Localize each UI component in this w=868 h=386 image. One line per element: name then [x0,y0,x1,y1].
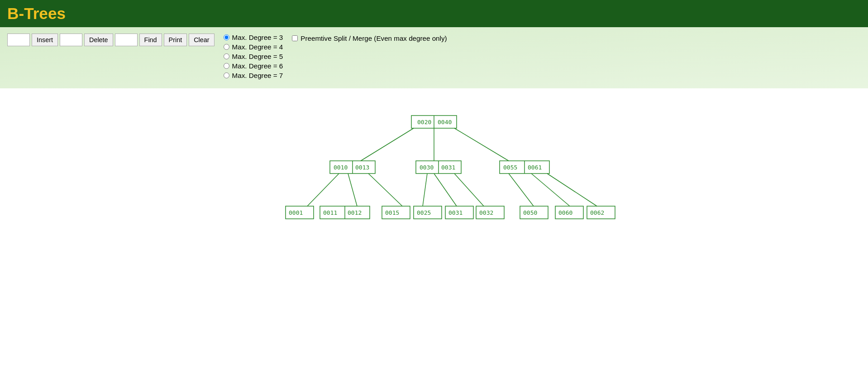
preemptive-checkbox[interactable] [292,35,298,41]
radio-text-5: Max. Degree = 5 [232,53,283,60]
clear-button[interactable]: Clear [189,34,214,46]
leaf-0062-text: 0062 [590,209,604,216]
l1-mid-key1: 0030 [420,164,434,171]
edge-l1left-c2 [348,174,357,206]
l1-left-key1: 0010 [334,164,348,171]
print-button[interactable]: Print [164,34,187,46]
edge-root-right [454,128,509,161]
radio-degree-5[interactable] [224,53,229,59]
edge-l1left-c1 [307,174,339,206]
edge-l1right-c3 [547,174,597,206]
l1-mid-node: 0030 0031 [416,161,461,174]
radio-label-7[interactable]: Max. Degree = 7 [224,72,283,79]
leaf-0050: 0050 [520,206,548,219]
radio-degree-3[interactable] [224,34,229,40]
leaf-0011-0012: 0011 0012 [320,206,370,219]
preemptive-area: Preemtive Split / Merge (Even max degree… [292,34,447,42]
radio-group: Max. Degree = 3 Max. Degree = 4 Max. Deg… [224,34,283,79]
leaf-0062: 0062 [587,206,615,219]
delete-input[interactable] [60,34,82,46]
radio-label-6[interactable]: Max. Degree = 6 [224,62,283,70]
l1-right-key2: 0061 [528,164,542,171]
edge-l1right-c1 [509,174,534,206]
radio-degree-7[interactable] [224,72,229,78]
radio-degree-4[interactable] [224,44,229,50]
leaf-0060: 0060 [555,206,583,219]
radio-text-6: Max. Degree = 6 [232,62,283,70]
radio-label-3[interactable]: Max. Degree = 3 [224,34,283,41]
leaf-0001: 0001 [286,206,314,219]
edge-l1mid-c3 [454,174,484,206]
leaf-0011-text: 0011 [323,209,337,216]
find-button[interactable]: Find [139,34,162,46]
root-node: 0020 0040 [411,116,457,128]
edge-l1right-c2 [531,174,570,206]
radio-label-4[interactable]: Max. Degree = 4 [224,43,283,51]
leaf-0025: 0025 [414,206,442,219]
l1-mid-key2: 0031 [441,164,455,171]
leaf-0015-text: 0015 [385,209,399,216]
edge-l1left-c3 [368,174,402,206]
radio-text-7: Max. Degree = 7 [232,72,283,79]
tree-canvas: 0020 0040 0010 0013 0030 0031 [0,88,868,279]
insert-button[interactable]: Insert [32,34,58,46]
l1-right-node: 0055 0061 [500,161,549,174]
edge-l1mid-c2 [434,174,457,206]
page-title: B-Trees [7,5,861,23]
leaf-0032: 0032 [476,206,504,219]
root-key2: 0040 [438,119,452,125]
leaf-0050-text: 0050 [523,209,537,216]
edge-root-left [361,128,414,161]
leaf-0031: 0031 [445,206,473,219]
leaf-0025-text: 0025 [417,209,431,216]
radio-degree-6[interactable] [224,63,229,69]
delete-button[interactable]: Delete [84,34,113,46]
tree-svg: 0020 0040 0010 0013 0030 0031 [253,102,615,265]
l1-left-key2: 0013 [355,164,369,171]
preemptive-label: Preemtive Split / Merge (Even max degree… [300,34,447,42]
insert-input[interactable] [7,34,30,46]
l1-left-node: 0010 0013 [330,161,375,174]
radio-label-5[interactable]: Max. Degree = 5 [224,53,283,60]
controls-area: Insert Delete Find Print Clear Max. Degr… [0,27,868,88]
l1-right-key1: 0055 [503,164,517,171]
edge-l1mid-c1 [423,174,427,206]
leaf-0031-text: 0031 [448,209,463,216]
root-key1: 0020 [417,119,431,125]
page-header: B-Trees [0,0,868,27]
leaf-0060-text: 0060 [558,209,572,216]
radio-text-4: Max. Degree = 4 [232,43,283,51]
leaf-0015: 0015 [382,206,410,219]
leaf-0001-text: 0001 [289,209,303,216]
button-row: Insert Delete Find Print Clear [7,34,215,46]
find-input[interactable] [115,34,138,46]
leaf-0012-text: 0012 [348,209,362,216]
radio-text-3: Max. Degree = 3 [232,34,283,41]
leaf-0032-text: 0032 [479,209,493,216]
